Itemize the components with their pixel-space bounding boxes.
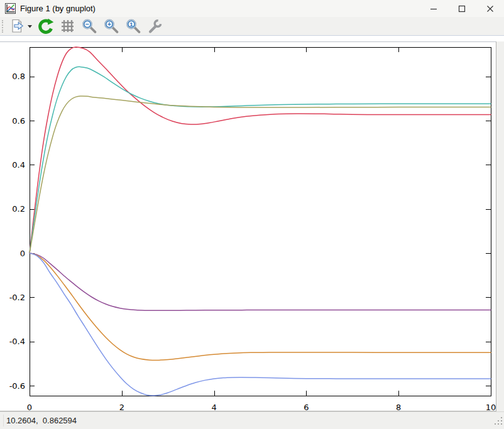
- gnuplot-window: Figure 1 (by gnuplot): [0, 0, 504, 429]
- x-tick-label: 10: [486, 403, 496, 411]
- close-icon: [486, 5, 494, 13]
- y-tick-label: 0.2: [12, 204, 25, 214]
- series-line-1-crimson: [30, 47, 491, 253]
- zoom-in-icon: +: [103, 18, 119, 35]
- canvas-top-gap: [0, 36, 504, 41]
- toolbar-grip[interactable]: [2, 20, 5, 33]
- title-bar: Figure 1 (by gnuplot): [0, 0, 504, 17]
- svg-text:1: 1: [129, 21, 133, 28]
- resize-grip-icon: [495, 417, 503, 425]
- dropdown-arrow-icon: [27, 24, 33, 28]
- toolbar: − + 1: [0, 17, 504, 36]
- x-tick-label: 6: [304, 403, 309, 411]
- plot-border: [30, 48, 491, 396]
- export-button[interactable]: [8, 18, 27, 35]
- y-tick-label: 0: [20, 249, 25, 258]
- replot-refresh-icon: [37, 18, 54, 35]
- right-filler-strip: [496, 41, 504, 411]
- export-document-icon: [9, 18, 26, 34]
- y-tick-label: 0.6: [12, 116, 25, 126]
- y-tick-label: -0.2: [9, 293, 25, 302]
- svg-text:+: +: [107, 21, 111, 28]
- gnuplot-logo-icon: [5, 3, 16, 14]
- maximize-button[interactable]: [447, 0, 476, 17]
- status-panel-separator: [3, 415, 4, 426]
- plot-canvas[interactable]: 0246810-0.6-0.4-0.200.20.40.60.8: [0, 41, 496, 411]
- replot-button[interactable]: [36, 18, 55, 35]
- x-tick-label: 0: [27, 403, 32, 411]
- zoom-reset-button[interactable]: 1: [124, 18, 143, 35]
- minimize-button[interactable]: [419, 0, 447, 17]
- series-line-5-orange: [30, 253, 491, 360]
- y-tick-label: -0.6: [9, 381, 25, 391]
- x-tick-label: 8: [396, 403, 401, 411]
- export-dropdown-button[interactable]: [27, 18, 33, 35]
- y-tick-label: -0.4: [9, 337, 25, 346]
- window-title: Figure 1 (by gnuplot): [20, 4, 96, 13]
- window-controls: [419, 0, 504, 17]
- series-line-2-teal: [30, 67, 491, 253]
- maximize-icon: [458, 5, 466, 13]
- minimize-icon: [430, 5, 437, 13]
- zoom-in-button[interactable]: +: [102, 18, 121, 35]
- x-tick-label: 2: [119, 403, 124, 411]
- resize-grip[interactable]: [495, 416, 503, 428]
- grid-toggle-icon: [60, 18, 75, 34]
- zoom-out-icon: −: [81, 18, 97, 35]
- svg-text:−: −: [85, 21, 89, 28]
- plot-svg: 0246810-0.6-0.4-0.200.20.40.60.8: [0, 42, 496, 411]
- series-line-3-olive: [30, 96, 491, 253]
- series-line-6-blue: [30, 253, 491, 396]
- wrench-icon: [147, 18, 163, 35]
- zoom-reset-icon: 1: [125, 18, 141, 35]
- settings-button[interactable]: [146, 18, 165, 35]
- grid-button[interactable]: [58, 18, 77, 35]
- x-tick-label: 4: [211, 403, 216, 411]
- y-tick-label: 0.4: [12, 160, 25, 170]
- series-line-4-purple: [30, 253, 491, 310]
- status-bar: 10.2604, 0.862594: [0, 411, 504, 429]
- cursor-coordinates: 10.2604, 0.862594: [6, 412, 77, 429]
- zoom-out-button[interactable]: −: [80, 18, 99, 35]
- close-button[interactable]: [476, 0, 504, 17]
- y-tick-label: 0.8: [12, 72, 25, 81]
